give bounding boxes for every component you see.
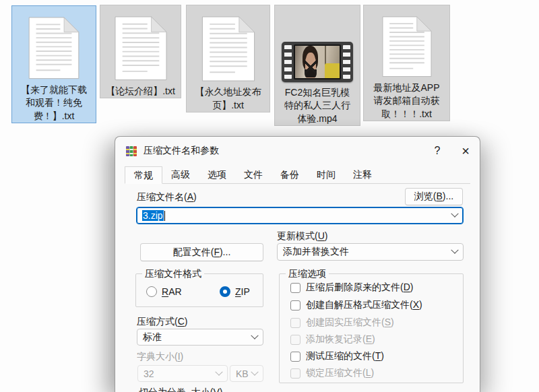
file-tile-latest-address-txt[interactable]: 最新地址及APP 请发邮箱自动获 取！！！.txt — [363, 5, 450, 121]
checkbox-box — [290, 318, 300, 328]
file-label: 【论坛介绍】.txt — [106, 85, 175, 98]
file-tile-forum-intro-txt[interactable]: 【论坛介绍】.txt — [100, 5, 181, 98]
dictionary-size-select: 32 — [137, 365, 228, 382]
checkbox-box — [290, 300, 300, 311]
chevron-down-icon — [251, 331, 258, 339]
tab-comment[interactable]: 注释 — [344, 166, 381, 184]
compression-options-group-title: 压缩选项 — [286, 268, 329, 280]
text-file-icon — [114, 16, 168, 81]
archive-name-label: 压缩文件名(A) — [137, 191, 197, 203]
checkbox-lock-archive: 锁定压缩文件(L) — [290, 367, 374, 379]
radio-rar[interactable]: RAR — [146, 286, 182, 297]
text-file-icon — [380, 16, 434, 77]
archive-name-parameters-dialog: 压缩文件名和参数 ? × 常规 高级 选项 文件 备份 时间 注释 压缩文件名(… — [115, 136, 480, 392]
text-caret — [164, 211, 165, 221]
file-label: FC2知名巨乳模 特的私人三人行 体验.mp4 — [284, 86, 350, 126]
compression-method-select[interactable]: 标准 — [137, 329, 263, 346]
selected-text: 3.zip — [142, 210, 164, 221]
update-mode-select[interactable]: 添加并替换文件 — [277, 243, 464, 261]
radio-circle — [146, 286, 157, 297]
checkbox-box — [290, 283, 300, 293]
checkbox-add-recovery-record: 添加恢复记录(E) — [290, 333, 375, 346]
compression-method-label: 压缩方式(C) — [137, 316, 187, 328]
file-label: 【来了就能下载 和观看！纯免 费！】.txt — [21, 84, 87, 123]
tab-options[interactable]: 选项 — [199, 166, 235, 184]
chevron-down-icon — [251, 368, 258, 375]
file-tile-free-download-txt[interactable]: 【来了就能下载 和观看！纯免 费！】.txt — [11, 5, 96, 123]
checkbox-create-solid: 创建固实压缩文件(S) — [290, 317, 394, 329]
help-button[interactable]: ? — [423, 137, 451, 164]
tab-general[interactable]: 常规 — [125, 166, 162, 184]
dialog-titlebar: 压缩文件名和参数 ? × — [115, 137, 480, 165]
close-icon[interactable]: × — [451, 137, 480, 164]
checkbox-delete-files-after[interactable]: 压缩后删除原来的文件(D) — [290, 282, 413, 294]
file-tile-permanent-address-txt[interactable]: 【永久地址发布 页】.txt — [186, 5, 270, 112]
radio-circle-checked — [220, 286, 230, 297]
tab-advanced[interactable]: 高级 — [162, 166, 199, 184]
file-tile-fc2-video-mp4[interactable]: FC2知名巨乳模 特的私人三人行 体验.mp4 — [274, 5, 360, 126]
checkbox-box — [290, 368, 300, 379]
tab-time[interactable]: 时间 — [308, 166, 344, 184]
chevron-down-icon — [451, 210, 458, 218]
update-mode-label: 更新模式(U) — [277, 230, 327, 242]
text-file-icon — [27, 17, 81, 79]
dialog-title: 压缩文件名和参数 — [144, 145, 219, 157]
browse-button[interactable]: 浏览(B)... — [405, 188, 463, 205]
archive-name-input[interactable]: 3.zip — [136, 207, 464, 224]
dialog-tabs: 常规 高级 选项 文件 备份 时间 注释 — [125, 166, 470, 184]
checkbox-box — [290, 335, 300, 345]
file-label: 最新地址及APP 请发邮箱自动获 取！！！.txt — [373, 81, 439, 121]
checkbox-create-sfx[interactable]: 创建自解压格式压缩文件(X) — [290, 299, 422, 311]
file-label: 【永久地址发布 页】.txt — [195, 86, 261, 112]
video-thumbnail-icon — [282, 42, 353, 82]
tab-files[interactable]: 文件 — [235, 166, 272, 184]
checkbox-test-archived-files[interactable]: 测试压缩的文件(T) — [290, 350, 384, 362]
chevron-down-icon — [451, 247, 458, 254]
profiles-button[interactable]: 配置文件(F)... — [140, 243, 263, 261]
text-file-icon — [201, 16, 255, 81]
dictionary-size-label: 字典大小(I) — [137, 351, 183, 363]
tab-backup[interactable]: 备份 — [272, 166, 308, 184]
checkbox-box — [290, 352, 300, 362]
dictionary-unit-select: KB — [230, 365, 263, 382]
radio-zip[interactable]: ZIP — [220, 286, 250, 297]
winrar-books-icon — [125, 145, 137, 157]
chevron-down-icon — [215, 368, 222, 375]
archive-format-group-title: 压缩文件格式 — [142, 268, 204, 280]
split-volumes-label: 切分为分卷, 大小(V) — [139, 387, 222, 392]
